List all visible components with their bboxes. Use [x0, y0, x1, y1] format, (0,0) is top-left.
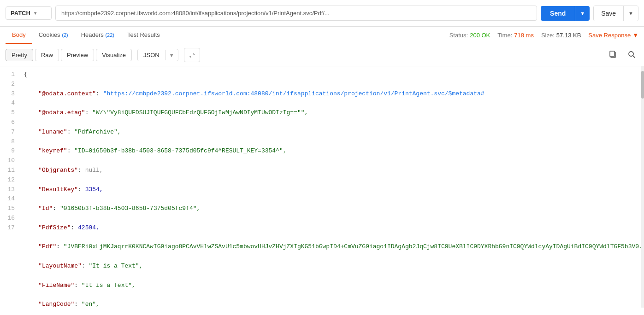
- save-btn-group: Save ▼: [593, 6, 638, 21]
- tab-body-label: Body: [12, 31, 26, 38]
- tabs-left: Body Cookies (2) Headers (22) Test Resul…: [6, 27, 166, 44]
- search-button[interactable]: [625, 48, 638, 62]
- status-label: Status:: [449, 32, 468, 39]
- line-number-4: 4: [4, 99, 15, 108]
- raw-button[interactable]: Raw: [35, 49, 59, 61]
- status-value: 200 OK: [470, 32, 490, 39]
- code-content: { "@odata.context": "https://cmbpde2392.…: [18, 66, 644, 308]
- code-line-2: "@odata.context": "https://cmbpde2392.co…: [24, 89, 638, 99]
- code-line-3: "@odata.etag": "W/\"Vy8iQUFDSUJIQUFGQUFC…: [24, 108, 638, 118]
- code-line-11: "LayoutName": "It is a Text",: [24, 262, 638, 271]
- format-select-chevron-icon[interactable]: ▼: [165, 50, 178, 60]
- preview-button[interactable]: Preview: [61, 49, 94, 61]
- line-number-12: 12: [4, 175, 15, 185]
- tab-headers-label: Headers: [81, 31, 104, 38]
- toolbar-right: [606, 48, 638, 62]
- send-button[interactable]: Send: [541, 6, 575, 21]
- line-number-13: 13: [4, 185, 15, 195]
- save-response-chevron-icon: ▼: [632, 32, 638, 39]
- svg-rect-1: [610, 51, 614, 57]
- send-dropdown-button[interactable]: ▼: [575, 6, 590, 21]
- size-block: Size: 57.13 KB: [541, 32, 581, 39]
- line-number-17: 17: [4, 223, 15, 233]
- code-line-8: "Id": "01650b3f-b38b-4503-8658-7375d05fc…: [24, 204, 638, 214]
- tabs-bar: Body Cookies (2) Headers (22) Test Resul…: [0, 27, 644, 44]
- code-line-13: "LangCode": "en",: [24, 300, 638, 308]
- line-number-16: 16: [4, 214, 15, 223]
- save-response-label: Save Response: [588, 32, 631, 39]
- tab-cookies-label: Cookies: [39, 31, 60, 38]
- tabs-right: Status: 200 OK Time: 718 ms Size: 57.13 …: [449, 32, 638, 39]
- svg-line-3: [633, 56, 635, 58]
- time-value: 718 ms: [514, 32, 534, 39]
- line-number-6: 6: [4, 118, 15, 128]
- tab-body[interactable]: Body: [6, 27, 32, 44]
- code-line-10: "Pdf": "JVBERi0xLjMKJaqrrK0KNCAwIG9iago8…: [24, 242, 638, 252]
- pretty-button[interactable]: Pretty: [6, 49, 33, 61]
- scroll-thumb: [641, 71, 644, 99]
- url-input[interactable]: [55, 6, 537, 21]
- top-bar: PATCH ▼ Send ▼ Save ▼: [0, 0, 644, 27]
- tab-cookies[interactable]: Cookies (2): [32, 27, 75, 44]
- tab-cookies-badge: (2): [62, 32, 68, 38]
- save-dropdown-button[interactable]: ▼: [623, 6, 638, 21]
- code-line-7: "ResultKey": 3354,: [24, 185, 638, 195]
- method-select[interactable]: PATCH ▼: [6, 6, 52, 20]
- size-label: Size:: [541, 32, 555, 39]
- copy-button[interactable]: [606, 48, 620, 62]
- code-line-1: {: [24, 70, 638, 80]
- size-value: 57.13 KB: [556, 32, 581, 39]
- format-select-label: JSON: [138, 49, 165, 61]
- save-button[interactable]: Save: [594, 6, 623, 21]
- line-number-14: 14: [4, 194, 15, 204]
- code-line-5: "keyref": "ID=01650b3f-b38b-4503-8658-73…: [24, 146, 638, 156]
- line-number-5: 5: [4, 108, 15, 118]
- tab-headers[interactable]: Headers (22): [75, 27, 121, 44]
- format-select-group: JSON ▼: [137, 49, 178, 61]
- code-line-9: "PdfSize": 42594,: [24, 223, 638, 233]
- code-area: 1234567891011121314151617 { "@odata.cont…: [0, 66, 644, 308]
- scroll-indicator: [641, 66, 644, 308]
- method-label: PATCH: [11, 10, 30, 17]
- line-number-9: 9: [4, 146, 15, 156]
- line-number-10: 10: [4, 156, 15, 166]
- time-label: Time:: [497, 32, 512, 39]
- code-line-12: "FileName": "It is a Text",: [24, 281, 638, 291]
- save-response-button[interactable]: Save Response ▼: [588, 32, 638, 39]
- visualize-button[interactable]: Visualize: [96, 49, 132, 61]
- line-number-7: 7: [4, 128, 15, 137]
- line-number-3: 3: [4, 89, 15, 99]
- send-btn-group: Send ▼: [541, 6, 590, 21]
- code-line-6: "Objgrants": null,: [24, 166, 638, 175]
- code-line-4: "luname": "PdfArchive",: [24, 128, 638, 137]
- line-number-11: 11: [4, 166, 15, 175]
- time-block: Time: 718 ms: [497, 32, 534, 39]
- response-toolbar: Pretty Raw Preview Visualize JSON ▼ ⇌: [0, 44, 644, 66]
- line-number-1: 1: [4, 70, 15, 80]
- tab-test-results-label: Test Results: [127, 31, 160, 38]
- line-number-15: 15: [4, 204, 15, 214]
- line-number-2: 2: [4, 80, 15, 89]
- tab-headers-badge: (22): [105, 32, 114, 38]
- method-chevron-icon: ▼: [33, 11, 38, 16]
- tab-test-results[interactable]: Test Results: [121, 27, 166, 44]
- wrap-button[interactable]: ⇌: [184, 48, 200, 62]
- line-numbers: 1234567891011121314151617: [0, 66, 18, 308]
- status-block: Status: 200 OK: [449, 32, 490, 39]
- line-number-8: 8: [4, 137, 15, 147]
